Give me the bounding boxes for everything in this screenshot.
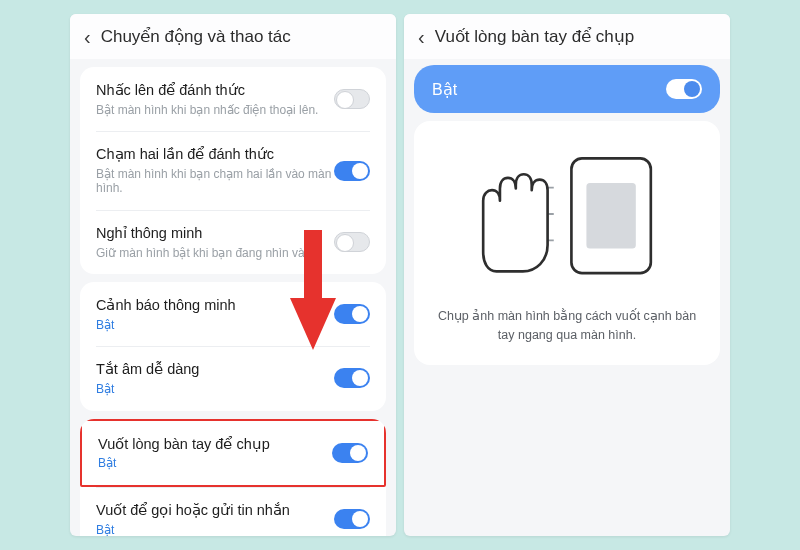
row-double-tap-wake[interactable]: Chạm hai lần để đánh thức Bật màn hình k… bbox=[80, 131, 386, 210]
illustration-caption: Chụp ảnh màn hình bằng cách vuốt cạnh bà… bbox=[430, 307, 704, 345]
svg-rect-1 bbox=[586, 183, 635, 248]
toggle[interactable] bbox=[334, 232, 370, 252]
detail-content: Bật Chụp ảnh màn hình bằng cách vuốt cạn… bbox=[404, 59, 730, 536]
toggle[interactable] bbox=[334, 509, 370, 529]
row-sub: Bật bbox=[96, 523, 334, 536]
toggle[interactable] bbox=[332, 443, 368, 463]
banner-label: Bật bbox=[432, 80, 457, 99]
page-title: Vuốt lòng bàn tay để chụp bbox=[435, 26, 635, 47]
back-icon[interactable]: ‹ bbox=[418, 27, 425, 47]
settings-content: Nhấc lên để đánh thức Bật màn hình khi b… bbox=[70, 59, 396, 536]
settings-group-2: Cảnh báo thông minh Bật Tắt âm dễ dàng B… bbox=[80, 282, 386, 410]
row-lift-to-wake[interactable]: Nhấc lên để đánh thức Bật màn hình khi b… bbox=[80, 67, 386, 131]
header: ‹ Chuyển động và thao tác bbox=[70, 14, 396, 59]
palm-swipe-illustration bbox=[430, 139, 704, 289]
row-text: Vuốt lòng bàn tay để chụp Bật bbox=[98, 435, 332, 471]
red-arrow-annotation bbox=[290, 230, 336, 350]
header: ‹ Vuốt lòng bàn tay để chụp bbox=[404, 14, 730, 59]
page-title: Chuyển động và thao tác bbox=[101, 26, 291, 47]
screen-motions-gestures: ‹ Chuyển động và thao tác Nhấc lên để đá… bbox=[70, 14, 396, 536]
row-text: Nhấc lên để đánh thức Bật màn hình khi b… bbox=[96, 81, 334, 117]
toggle[interactable] bbox=[666, 79, 702, 99]
row-sub: Bật màn hình khi bạn nhấc điện thoại lên… bbox=[96, 103, 334, 117]
row-title: Tắt âm dễ dàng bbox=[96, 360, 334, 379]
row-text: Vuốt để gọi hoặc gửi tin nhắn Bật bbox=[96, 501, 334, 536]
toggle[interactable] bbox=[334, 304, 370, 324]
row-sub: Bật bbox=[96, 382, 334, 396]
row-text: Chạm hai lần để đánh thức Bật màn hình k… bbox=[96, 145, 334, 196]
toggle[interactable] bbox=[334, 368, 370, 388]
row-sub: Bật màn hình khi bạn chạm hai lần vào mà… bbox=[96, 167, 334, 196]
row-swipe-to-call[interactable]: Vuốt để gọi hoặc gửi tin nhắn Bật bbox=[80, 487, 386, 536]
row-sub: Bật bbox=[98, 456, 332, 470]
back-icon[interactable]: ‹ bbox=[84, 27, 91, 47]
settings-group-1: Nhấc lên để đánh thức Bật màn hình khi b… bbox=[80, 67, 386, 274]
row-title: Chạm hai lần để đánh thức bbox=[96, 145, 334, 164]
row-palm-swipe-capture[interactable]: Vuốt lòng bàn tay để chụp Bật bbox=[80, 419, 386, 487]
illustration-card: Chụp ảnh màn hình bằng cách vuốt cạnh bà… bbox=[414, 121, 720, 365]
row-smart-stay[interactable]: Nghỉ thông minh Giữ màn hình bật khi bạn… bbox=[80, 210, 386, 274]
screen-palm-swipe-detail: ‹ Vuốt lòng bàn tay để chụp Bật bbox=[404, 14, 730, 536]
row-text: Tắt âm dễ dàng Bật bbox=[96, 360, 334, 396]
toggle[interactable] bbox=[334, 161, 370, 181]
row-title: Vuốt lòng bàn tay để chụp bbox=[98, 435, 332, 454]
row-easy-mute[interactable]: Tắt âm dễ dàng Bật bbox=[80, 346, 386, 410]
toggle[interactable] bbox=[334, 89, 370, 109]
row-title: Vuốt để gọi hoặc gửi tin nhắn bbox=[96, 501, 334, 520]
row-title: Nhấc lên để đánh thức bbox=[96, 81, 334, 100]
settings-group-3: Vuốt lòng bàn tay để chụp Bật Vuốt để gọ… bbox=[80, 419, 386, 536]
row-smart-alert[interactable]: Cảnh báo thông minh Bật bbox=[80, 282, 386, 346]
master-toggle-banner[interactable]: Bật bbox=[414, 65, 720, 113]
